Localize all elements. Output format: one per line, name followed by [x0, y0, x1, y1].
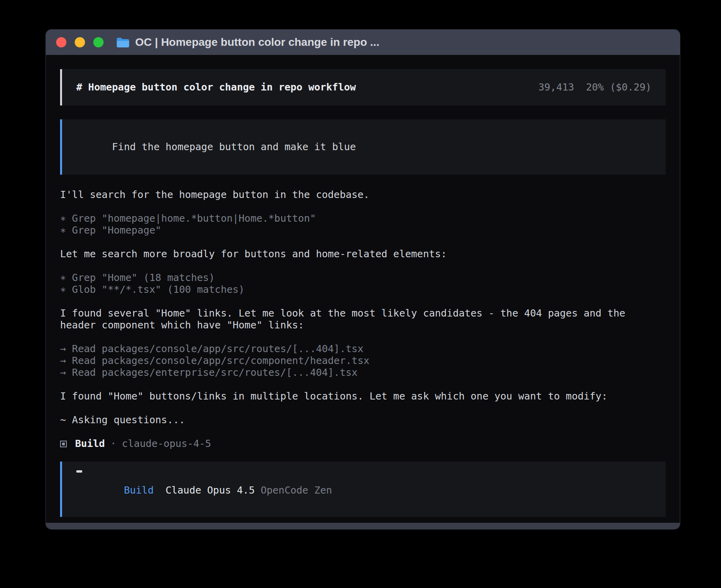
window-bottom-edge: [46, 523, 680, 529]
transcript-line: I'll search for the homepage button in t…: [60, 189, 666, 201]
titlebar[interactable]: OC | Homepage button color change in rep…: [46, 30, 680, 55]
prompt-input[interactable]: BuildClaude Opus 4.5OpenCode Zen: [60, 462, 666, 517]
folder-icon: [116, 37, 130, 48]
agent-model: claude-opus-4-5: [122, 438, 211, 450]
tool-call-line: ∗ Grep "homepage|home.*button|Home.*butt…: [60, 213, 666, 224]
assistant-paragraph: I found several "Home" links. Let me loo…: [60, 307, 666, 331]
tool-call-group: ∗ Grep "homepage|home.*button|Home.*butt…: [60, 213, 666, 236]
traffic-lights: [56, 37, 104, 47]
assistant-paragraph: I'll search for the homepage button in t…: [60, 189, 666, 201]
transcript-line: I found "Home" buttons/links in multiple…: [60, 390, 666, 402]
agent-status: Build · claude-opus-4-5: [60, 438, 666, 450]
model-label[interactable]: Claude Opus 4.5: [166, 484, 255, 496]
zoom-button[interactable]: [93, 37, 104, 47]
assistant-paragraph: ~ Asking questions...: [60, 414, 666, 426]
transcript-line: ~ Asking questions...: [60, 414, 666, 426]
transcript-line: Let me search more broadly for buttons a…: [60, 248, 666, 260]
minimize-button[interactable]: [75, 37, 85, 47]
tool-call-line: → Read packages/enterprise/src/routes/[.…: [60, 367, 666, 379]
tool-call-line: → Read packages/console/app/src/componen…: [60, 355, 666, 367]
agent-square-icon: [60, 441, 67, 447]
session-stats: 39,413 20% ($0.29): [538, 81, 651, 93]
transcript-line: I found several "Home" links. Let me loo…: [60, 307, 666, 319]
close-button[interactable]: [56, 37, 66, 47]
transcript: I'll search for the homepage button in t…: [60, 189, 666, 450]
terminal-window: OC | Homepage button color change in rep…: [46, 30, 680, 529]
tool-call-group: → Read packages/console/app/src/routes/[…: [60, 343, 666, 379]
window-title: OC | Homepage button color change in rep…: [135, 36, 379, 49]
tool-call-line: ∗ Glob "**/*.tsx" (100 matches): [60, 284, 666, 296]
agent-name: Build: [75, 438, 105, 450]
transcript-line: header component which have "Home" links…: [60, 319, 666, 331]
assistant-paragraph: I found "Home" buttons/links in multiple…: [60, 390, 666, 402]
input-status-line: BuildClaude Opus 4.5OpenCode Zen: [76, 473, 651, 508]
tool-call-line: ∗ Grep "Homepage": [60, 224, 666, 236]
agent-separator: ·: [110, 438, 116, 450]
user-message-text: Find the homepage button and make it blu…: [112, 141, 356, 153]
user-message: Find the homepage button and make it blu…: [60, 119, 666, 175]
terminal-content: # Homepage button color change in repo w…: [46, 55, 680, 529]
agent-mode-label[interactable]: Build: [124, 484, 153, 496]
assistant-paragraph: Let me search more broadly for buttons a…: [60, 248, 666, 260]
tool-call-line: ∗ Grep "Home" (18 matches): [60, 272, 666, 284]
session-title: # Homepage button color change in repo w…: [76, 81, 356, 93]
tool-call-group: ∗ Grep "Home" (18 matches) ∗ Glob "**/*.…: [60, 272, 666, 296]
tool-call-line: → Read packages/console/app/src/routes/[…: [60, 343, 666, 355]
session-header: # Homepage button color change in repo w…: [60, 69, 666, 106]
provider-label: OpenCode Zen: [260, 484, 332, 496]
